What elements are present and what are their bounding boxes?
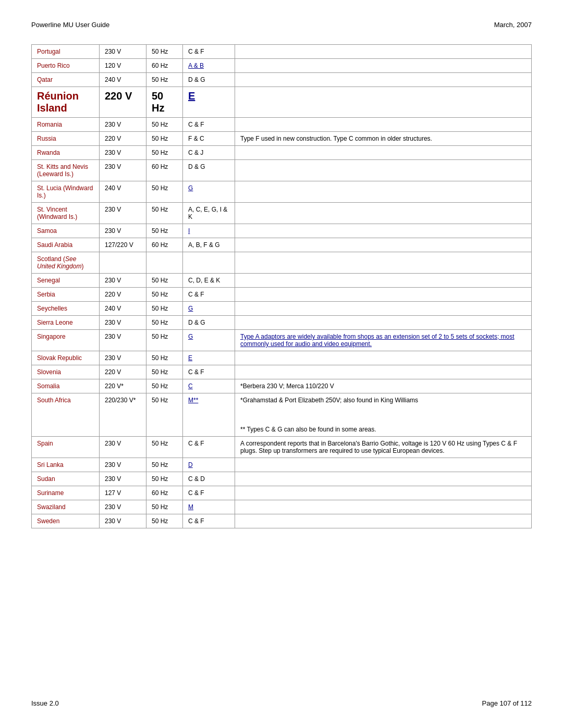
plug-link[interactable]: A & B — [188, 62, 204, 69]
plug-value[interactable]: E — [188, 354, 192, 362]
cell-frequency: 50 Hz — [146, 437, 183, 458]
plug-value: D & G — [188, 319, 205, 326]
country-name: Sudan — [37, 475, 55, 483]
cell-frequency: 50 Hz — [146, 203, 183, 224]
plug-value[interactable]: M — [188, 503, 193, 511]
plug-link[interactable]: E — [188, 354, 192, 362]
voltage-value: 230 V — [105, 440, 121, 447]
country-name: St. Vincent (Windward Is.) — [37, 206, 77, 220]
cell-voltage: 230 V — [100, 203, 146, 224]
table-row: St. Lucia (Windward Is.)240 V50 HzG — [32, 181, 532, 203]
notes-text: ** Types C & G can also be found in some… — [240, 426, 376, 433]
cell-frequency: 50 Hz — [146, 45, 183, 59]
cell-country: Senegal — [32, 274, 100, 288]
voltage-value: 230 V — [105, 517, 121, 525]
plug-link[interactable]: C — [188, 382, 193, 390]
cell-plug: A, B, F & G — [183, 238, 235, 252]
table-row: Slovak Republic230 V50 HzE — [32, 351, 532, 365]
plug-link[interactable]: D — [188, 461, 193, 468]
cell-frequency: 50 Hz — [146, 73, 183, 87]
cell-country: Singapore — [32, 330, 100, 351]
cell-plug: G — [183, 181, 235, 203]
cell-frequency: 50 Hz — [146, 316, 183, 330]
notes-link[interactable]: Type A adaptors are widely available fro… — [240, 333, 515, 348]
plug-value: C & F — [188, 517, 204, 525]
cell-country: Romania — [32, 118, 100, 132]
table-row: Spain230 V50 HzC & FA correspondent repo… — [32, 437, 532, 458]
cell-country: St. Lucia (Windward Is.) — [32, 181, 100, 203]
table-row: Serbia220 V50 HzC & F — [32, 288, 532, 302]
cell-country: Rwanda — [32, 146, 100, 160]
cell-notes — [235, 486, 532, 500]
cell-frequency: 50 Hz — [146, 393, 183, 437]
frequency-value: 50 Hz — [152, 397, 168, 404]
notes-text: A correspondent reports that in Barcelon… — [240, 440, 517, 454]
cell-frequency: 50 Hz — [146, 514, 183, 528]
plug-value[interactable]: G — [188, 184, 193, 192]
cell-frequency: 50 Hz — [146, 379, 183, 393]
plug-link[interactable]: I — [188, 227, 190, 235]
cell-frequency: 50 Hz — [146, 500, 183, 514]
country-name: Sri Lanka — [37, 461, 64, 468]
cell-voltage: 230 V — [100, 458, 146, 472]
plug-link[interactable]: G — [188, 184, 193, 192]
frequency-value: 50 Hz — [152, 227, 168, 235]
plug-link[interactable]: G — [188, 333, 193, 340]
plug-link[interactable]: M — [188, 503, 193, 511]
cell-notes: Type F used in new construction. Type C … — [235, 132, 532, 146]
cell-notes: *Grahamstad & Port Elizabeth 250V; also … — [235, 393, 532, 437]
cell-notes — [235, 288, 532, 302]
cell-plug: I — [183, 224, 235, 238]
plug-value[interactable]: A & B — [188, 62, 204, 69]
voltage-value: 230 V — [105, 319, 121, 326]
plug-value[interactable]: D — [188, 461, 193, 468]
voltage-value: 220 V — [105, 291, 121, 298]
plug-value: A, B, F & G — [188, 241, 220, 249]
cell-voltage: 230 V — [100, 437, 146, 458]
table-row: Slovenia220 V50 HzC & F — [32, 365, 532, 379]
cell-frequency: 50 Hz — [146, 146, 183, 160]
plug-value[interactable]: M** — [188, 397, 198, 404]
cell-notes: A correspondent reports that in Barcelon… — [235, 437, 532, 458]
cell-country: Russia — [32, 132, 100, 146]
main-table: Portugal230 V50 HzC & FPuerto Rico120 V6… — [31, 44, 532, 528]
cell-country: Portugal — [32, 45, 100, 59]
cell-country: Puerto Rico — [32, 59, 100, 73]
frequency-value: 50 Hz — [152, 461, 168, 468]
frequency-value: 50 Hz — [152, 135, 168, 142]
plug-value[interactable]: I — [188, 227, 190, 235]
cell-notes — [235, 73, 532, 87]
frequency-value: 50 Hz — [152, 503, 168, 511]
plug-value[interactable]: C — [188, 382, 193, 390]
frequency-value: 50 Hz — [152, 517, 168, 525]
cell-voltage: 230 V — [100, 351, 146, 365]
plug-link[interactable]: E — [188, 90, 195, 102]
cell-frequency: 60 Hz — [146, 160, 183, 181]
cell-voltage: 230 V — [100, 224, 146, 238]
cell-country: Saudi Arabia — [32, 238, 100, 252]
country-name: Slovenia — [37, 368, 61, 376]
plug-link[interactable]: G — [188, 305, 193, 312]
cell-plug: C & F — [183, 365, 235, 379]
cell-voltage: 230 V — [100, 146, 146, 160]
cell-voltage: 230 V — [100, 514, 146, 528]
cell-voltage: 120 V — [100, 59, 146, 73]
plug-value[interactable]: E — [188, 90, 195, 102]
country-name: South Africa — [37, 397, 71, 404]
plug-value[interactable]: G — [188, 333, 193, 340]
cell-country: Swaziland — [32, 500, 100, 514]
plug-value[interactable]: G — [188, 305, 193, 312]
table-row: Romania230 V50 HzC & F — [32, 118, 532, 132]
cell-frequency: 50 Hz — [146, 365, 183, 379]
table-row: Sierra Leone230 V50 HzD & G — [32, 316, 532, 330]
cell-voltage: 230 V — [100, 45, 146, 59]
cell-notes — [235, 472, 532, 486]
cell-frequency: 50 Hz — [146, 458, 183, 472]
plug-value: C & F — [188, 291, 204, 298]
frequency-value: 50 Hz — [152, 121, 168, 128]
country-name: St. Kitts and Nevis (Leeward Is.) — [37, 163, 88, 178]
cell-plug: C & F — [183, 437, 235, 458]
plug-link[interactable]: M** — [188, 397, 198, 404]
table-row: Somalia220 V*50 HzC*Berbera 230 V; Merca… — [32, 379, 532, 393]
table-row: Sri Lanka230 V50 HzD — [32, 458, 532, 472]
